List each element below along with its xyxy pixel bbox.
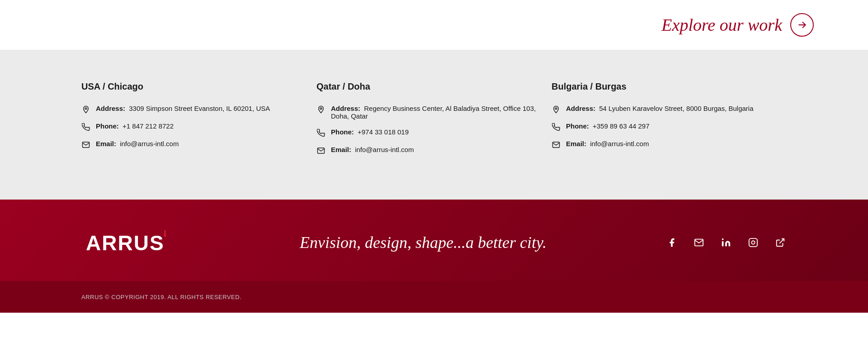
footer-logo: ARRUS [81,227,181,258]
email-icon-bulgaria [552,140,561,149]
phone-item-bulgaria: Phone: +359 89 63 44 297 [552,122,787,132]
phone-icon-usa [81,123,90,132]
footer-tagline: Envision, design, shape...a better city. [181,233,665,252]
explore-link[interactable]: Explore our work [661,13,814,37]
phone-item-usa: Phone: +1 847 212 8722 [81,122,316,132]
email-icon-usa [81,140,90,149]
location-icon-usa [81,105,90,114]
svg-point-7 [722,238,724,240]
svg-line-10 [779,239,784,243]
email-item-qatar: Email: info@arrus-intl.com [316,146,552,155]
email-item-usa: Email: info@arrus-intl.com [81,140,316,149]
footer-social [665,236,787,249]
footer-copyright: ARRUS © COPYRIGHT 2019. ALL RIGHTS RESER… [0,281,868,313]
facebook-icon[interactable] [665,236,678,249]
location-icon-qatar [316,105,326,114]
footer-main: ARRUS Envision, design, shape...a better… [0,200,868,281]
external-link-icon[interactable] [774,236,787,249]
contact-city-bulgaria: Bulgaria / Burgas [552,81,787,92]
linkedin-icon[interactable] [720,236,732,249]
contact-city-usa: USA / Chicago [81,81,316,92]
contact-column-qatar: Qatar / Doha Address: Regency Business C… [316,81,552,163]
copyright-text: ARRUS © COPYRIGHT 2019. ALL RIGHTS RESER… [81,294,241,300]
address-item-qatar: Address: Regency Business Center, Al Bal… [316,105,552,120]
svg-rect-8 [749,238,757,247]
explore-text: Explore our work [661,15,782,35]
phone-icon-bulgaria [552,123,561,132]
email-icon-qatar [316,146,326,155]
email-item-bulgaria: Email: info@arrus-intl.com [552,140,787,149]
phone-item-qatar: Phone: +974 33 018 019 [316,128,552,138]
svg-point-2 [320,108,322,110]
contact-column-usa: USA / Chicago Address: 3309 Simpson Stre… [81,81,316,163]
phone-icon-qatar [316,129,326,138]
svg-point-3 [555,108,557,110]
address-item-usa: Address: 3309 Simpson Street Evanston, I… [81,105,316,114]
contact-section: USA / Chicago Address: 3309 Simpson Stre… [0,50,868,200]
instagram-icon[interactable] [747,236,760,249]
explore-arrow-icon [790,13,814,37]
svg-point-1 [85,108,87,110]
arrus-logo-svg: ARRUS [81,227,181,258]
contact-city-qatar: Qatar / Doha [316,81,552,92]
top-section: Explore our work [0,0,868,50]
contact-column-bulgaria: Bulgaria / Burgas Address: 54 Lyuben Kar… [552,81,787,163]
address-item-bulgaria: Address: 54 Lyuben Karavelov Street, 800… [552,105,787,114]
location-icon-bulgaria [552,105,561,114]
email-social-icon[interactable] [693,236,705,249]
svg-text:ARRUS: ARRUS [86,231,165,255]
